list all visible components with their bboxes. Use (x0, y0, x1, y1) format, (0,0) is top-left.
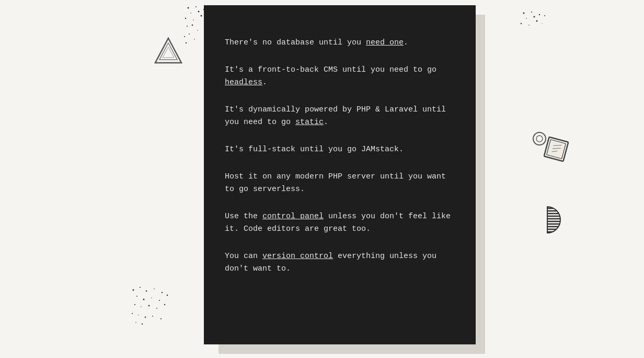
svg-point-34 (145, 317, 146, 318)
svg-point-17 (133, 289, 134, 291)
svg-point-23 (143, 299, 145, 300)
triangle-decoration (154, 37, 183, 68)
need-one-link[interactable]: need one (366, 38, 404, 47)
svg-point-27 (134, 304, 135, 305)
svg-point-36 (160, 318, 162, 319)
static-link[interactable]: static (295, 118, 324, 127)
svg-point-0 (188, 7, 189, 9)
svg-point-30 (156, 308, 157, 309)
headless-link[interactable]: headless (225, 78, 262, 87)
svg-point-13 (197, 30, 198, 30)
svg-point-20 (154, 288, 155, 289)
svg-point-18 (140, 287, 141, 288)
svg-point-32 (132, 313, 133, 314)
svg-point-24 (151, 297, 152, 298)
paragraph-control-panel: Use the control panel unless you don't f… (225, 210, 455, 236)
svg-point-12 (189, 33, 190, 35)
paragraph-static-text-before: It's dynamically powered by PHP & Larave… (225, 105, 446, 127)
paragraph-version-control: You can version control everything unles… (225, 250, 455, 275)
svg-marker-51 (163, 47, 174, 58)
svg-point-11 (192, 25, 193, 26)
svg-point-15 (194, 39, 195, 40)
paragraph-headless-text-after: . (262, 78, 267, 87)
paragraph-jamstack-text: It's full-stack until you go JAMstack. (225, 145, 404, 154)
paragraph-static-text-after: . (324, 118, 328, 127)
paragraph-serverless: Host it on any modern PHP server until y… (225, 171, 455, 196)
svg-point-47 (536, 20, 538, 22)
svg-point-43 (534, 16, 535, 18)
svg-point-7 (193, 19, 194, 20)
svg-point-46 (528, 25, 530, 26)
svg-point-35 (152, 316, 153, 317)
svg-point-22 (136, 296, 137, 297)
svg-point-21 (162, 292, 163, 293)
paragraph-headless-text-before: It's a front-to-back CMS until you need … (225, 65, 436, 74)
main-card: There's no database until you need one. … (204, 5, 476, 344)
svg-point-45 (521, 23, 522, 24)
dot-spray-bottom-left (131, 285, 172, 327)
svg-point-29 (148, 305, 150, 307)
paragraph-vc-text-before: You can (225, 252, 262, 261)
svg-point-28 (141, 306, 142, 307)
svg-point-1 (196, 6, 197, 7)
paragraph-static: It's dynamically powered by PHP & Larave… (225, 104, 455, 129)
svg-marker-49 (155, 38, 181, 63)
svg-point-40 (531, 12, 532, 13)
svg-point-37 (135, 322, 136, 323)
svg-point-33 (138, 315, 139, 315)
svg-point-10 (187, 26, 188, 27)
svg-point-41 (539, 14, 540, 15)
svg-point-3 (190, 13, 191, 14)
paragraph-headless: It's a front-to-back CMS until you need … (225, 64, 455, 89)
svg-point-19 (146, 290, 147, 292)
svg-point-25 (159, 300, 160, 301)
striped-circle-decoration (532, 204, 563, 241)
paragraph-database-text-after: . (404, 38, 408, 47)
paragraph-jamstack: It's full-stack until you go JAMstack. (225, 143, 455, 156)
version-control-link[interactable]: version control (262, 252, 333, 261)
paragraph-database-text-before: There's no database until you (225, 38, 366, 47)
svg-point-8 (201, 15, 202, 17)
svg-point-38 (142, 323, 143, 325)
svg-point-26 (167, 295, 168, 296)
paragraph-serverless-text: Host it on any modern PHP server until y… (225, 172, 446, 194)
svg-point-42 (526, 18, 527, 19)
svg-point-14 (184, 36, 185, 37)
dot-spray-top-right (519, 10, 550, 42)
paragraph-cp-text-before: Use the (225, 212, 262, 221)
svg-point-6 (185, 18, 186, 19)
svg-rect-55 (547, 140, 566, 159)
svg-point-48 (542, 23, 542, 24)
book-decoration (542, 135, 571, 166)
paragraph-database: There's no database until you need one. (225, 37, 455, 49)
control-panel-link[interactable]: control panel (262, 212, 324, 221)
svg-point-39 (523, 13, 525, 14)
svg-point-44 (544, 15, 545, 16)
svg-point-31 (164, 304, 165, 305)
svg-point-4 (198, 11, 200, 13)
svg-point-16 (186, 42, 187, 43)
